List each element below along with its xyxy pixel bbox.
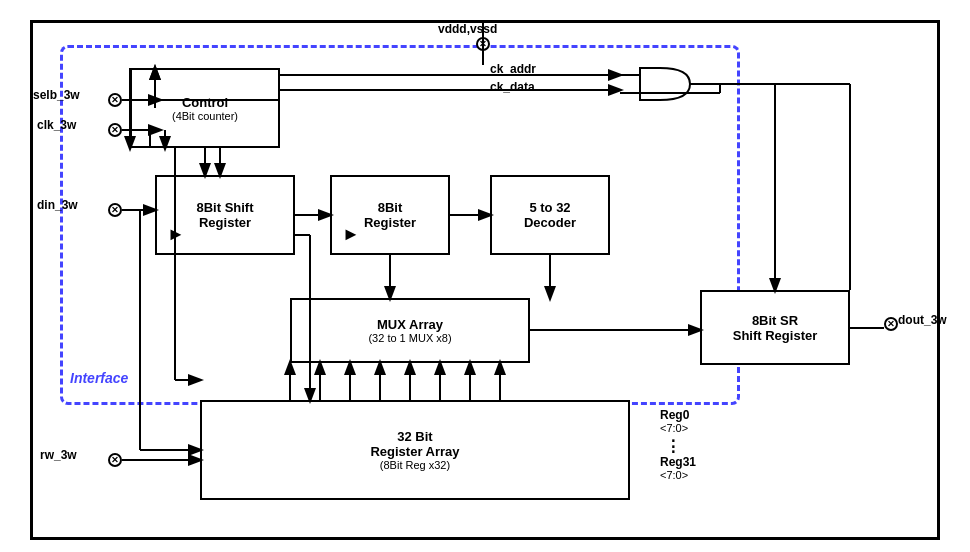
reg-array-box: 32 Bit Register Array (8Bit Reg x32) xyxy=(200,400,630,500)
control-box: Control (4Bit counter) xyxy=(130,68,280,148)
ck-data-label: ck_data xyxy=(490,80,535,94)
ck-addr-label: ck_addr xyxy=(490,62,536,76)
clk-label: clk_3w xyxy=(37,118,76,132)
interface-label: Interface xyxy=(70,370,128,386)
shift-register-box: 8Bit Shift Register ► xyxy=(155,175,295,255)
bit-register-box: 8Bit Register ► xyxy=(330,175,450,255)
diagram-container: Interface vddd,vssd ✕ selb_3w ✕ clk_3w ✕… xyxy=(0,0,970,552)
vddd-vssd-label: vddd,vssd xyxy=(438,22,497,36)
reg0-range: <7:0> xyxy=(660,422,688,434)
sr-shift-register-box: 8Bit SR Shift Register xyxy=(700,290,850,365)
rw-marker: ✕ xyxy=(108,453,122,467)
reg0-label: Reg0 xyxy=(660,408,689,422)
dout-marker: ✕ xyxy=(884,317,898,331)
clk-marker: ✕ xyxy=(108,123,122,137)
dots: ⋮ xyxy=(665,437,681,456)
dout-label: dout_3w xyxy=(898,313,947,327)
vddd-vssd-marker: ✕ xyxy=(476,37,490,51)
mux-array-box: MUX Array (32 to 1 MUX x8) xyxy=(290,298,530,363)
rw-label: rw_3w xyxy=(40,448,77,462)
reg31-label: Reg31 xyxy=(660,455,696,469)
din-marker: ✕ xyxy=(108,203,122,217)
selb-label: selb_3w xyxy=(33,88,80,102)
reg31-range: <7:0> xyxy=(660,469,688,481)
decoder-box: 5 to 32 Decoder xyxy=(490,175,610,255)
din-label: din_3w xyxy=(37,198,78,212)
selb-marker: ✕ xyxy=(108,93,122,107)
